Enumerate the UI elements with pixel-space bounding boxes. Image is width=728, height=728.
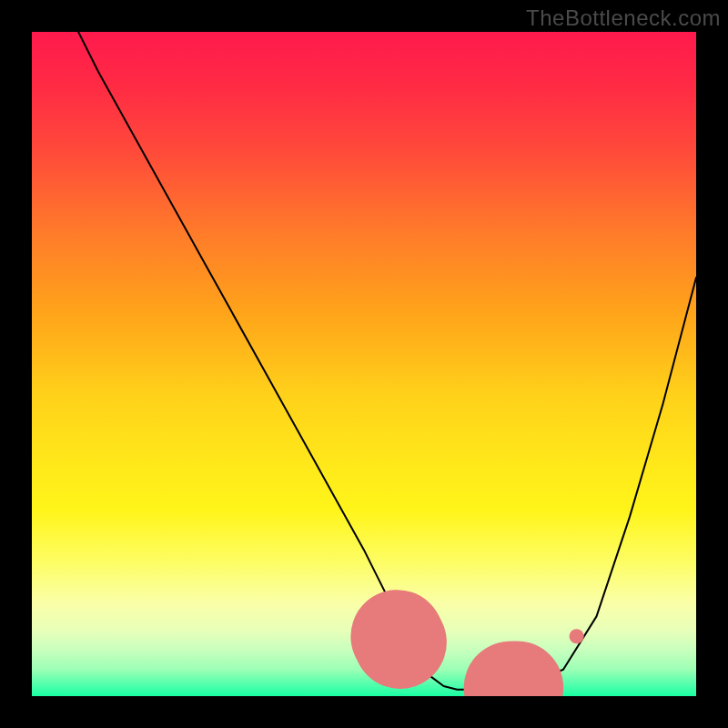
optimal-range-highlight [398,636,577,689]
chart-container: TheBottleneck.com [0,0,728,728]
watermark-text: TheBottleneck.com [526,5,721,31]
plot-area [32,32,696,696]
bottleneck-curve [78,32,696,690]
curve-layer [32,32,696,696]
highlight-end-dot [570,629,584,643]
